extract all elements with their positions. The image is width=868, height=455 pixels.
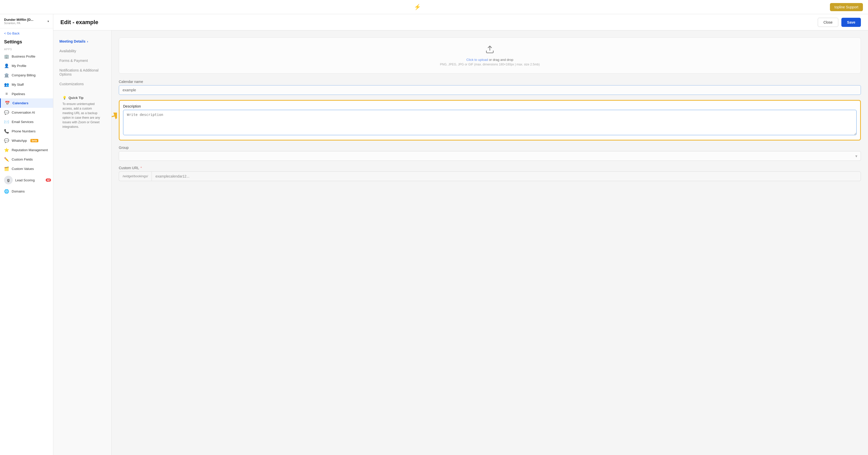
steps-panel: Meeting Details › Availability Forms & P… [53, 30, 112, 455]
arrow-annotation [112, 103, 117, 124]
sidebar-item-lead-scoring[interactable]: g Lead Scoring 42 [0, 173, 53, 187]
upload-meta: PNG, JPEG, JPG or GIF (max. dimensions 1… [126, 63, 854, 66]
pipelines-icon: ≡ [4, 92, 9, 96]
apps-section-label: Apps [0, 46, 53, 52]
sidebar-item-label: Company Billing [12, 73, 35, 77]
custom-url-group: Custom URL * /widget/bookings/ [119, 166, 861, 181]
account-name: Dunder Mifflin [D... [4, 18, 45, 22]
quick-tip-text: To ensure uninterrupted access, add a cu… [62, 102, 102, 129]
sidebar-item-pipelines[interactable]: ≡ Pipelines [0, 89, 53, 98]
upload-or-text: or drag and drop [489, 58, 513, 62]
step-label: Meeting Details [59, 39, 86, 43]
staff-icon: 👥 [4, 82, 9, 87]
lightning-icon: ⚡ [414, 4, 421, 10]
group-select[interactable] [119, 151, 861, 161]
topbar-right: topline Support [830, 3, 863, 11]
content-area: Meeting Details › Availability Forms & P… [53, 30, 868, 455]
upload-icon [126, 45, 854, 56]
sidebar-item-label: Phone Numbers [12, 129, 35, 133]
billing-icon: 🏛️ [4, 73, 9, 77]
custom-values-icon: 🗂️ [4, 166, 9, 171]
step-customizations[interactable]: Customizations [53, 79, 112, 89]
settings-title: Settings [0, 36, 53, 46]
sidebar-item-label: Pipelines [12, 92, 25, 96]
domains-icon: 🌐 [4, 189, 9, 194]
lightbulb-icon: 💡 [62, 96, 66, 100]
sidebar-item-custom-values[interactable]: 🗂️ Custom Values [0, 164, 53, 173]
page-header: Edit - example Close Save [53, 14, 868, 30]
sidebar-item-label: Lead Scoring [15, 178, 35, 182]
go-back-link[interactable]: < Go Back [0, 28, 53, 36]
star-icon: ⭐ [4, 148, 9, 153]
sidebar-item-conversation-ai[interactable]: 💬 Conversation AI [0, 108, 53, 117]
group-group: Group [119, 145, 861, 161]
sidebar-item-my-staff[interactable]: 👥 My Staff [0, 80, 53, 89]
upload-link[interactable]: Click to upload [466, 58, 488, 62]
sidebar-item-label: My Profile [12, 64, 26, 68]
header-actions: Close Save [818, 18, 861, 27]
sidebar-item-label: Custom Fields [12, 158, 33, 161]
quick-tip-header: 💡 Quick Tip [62, 96, 102, 100]
step-label: Forms & Payment [59, 59, 88, 63]
step-meeting-details[interactable]: Meeting Details › [53, 36, 112, 46]
step-availability[interactable]: Availability [53, 46, 112, 56]
step-label: Customizations [59, 82, 84, 86]
page-title: Edit - example [60, 19, 98, 26]
step-forms-payment[interactable]: Forms & Payment [53, 56, 112, 65]
sidebar-item-custom-fields[interactable]: ✏️ Custom Fields [0, 155, 53, 164]
sidebar-item-reputation-management[interactable]: ⭐ Reputation Management [0, 145, 53, 155]
notification-badge: 42 [46, 178, 51, 182]
sidebar-item-company-billing[interactable]: 🏛️ Company Billing [0, 70, 53, 80]
main-content: Edit - example Close Save Meeting Detail… [53, 14, 868, 455]
chevron-down-icon: ▾ [48, 20, 49, 23]
support-button[interactable]: topline Support [830, 3, 863, 11]
layout: Dunder Mifflin [D... Scranton, PA ▾ < Go… [0, 14, 868, 455]
step-label: Availability [59, 49, 76, 53]
sidebar-item-email-services[interactable]: ✉️ Email Services [0, 117, 53, 127]
group-select-wrapper [119, 151, 861, 161]
required-indicator: * [141, 166, 142, 170]
quick-tip-title: Quick Tip [68, 96, 84, 100]
custom-url-prefix: /widget/bookings/ [119, 171, 152, 181]
sidebar-item-whatsapp[interactable]: 💬 WhatsApp beta [0, 136, 53, 145]
sidebar-item-domains[interactable]: 🌐 Domains [0, 187, 53, 196]
g-avatar: g [4, 176, 13, 184]
sidebar-item-label: Business Profile [12, 55, 35, 58]
description-label: Description [123, 104, 857, 108]
calendar-name-group: Calendar name [119, 79, 861, 95]
calendar-name-input[interactable] [119, 85, 861, 95]
step-notifications[interactable]: Notifications & Additional Options [53, 65, 112, 79]
description-group: Description [123, 104, 857, 136]
topbar-center: ⚡ [414, 4, 421, 10]
email-icon: ✉️ [4, 120, 9, 124]
topbar: ⚡ topline Support [0, 0, 868, 14]
upload-area[interactable]: Click to upload or drag and drop PNG, JP… [119, 37, 861, 73]
description-textarea[interactable] [123, 110, 857, 135]
custom-fields-icon: ✏️ [4, 157, 9, 162]
sidebar-item-my-profile[interactable]: 👤 My Profile [0, 61, 53, 70]
sidebar-item-label: Email Services [12, 120, 33, 124]
account-switcher[interactable]: Dunder Mifflin [D... Scranton, PA ▾ [0, 14, 53, 28]
sidebar: Dunder Mifflin [D... Scranton, PA ▾ < Go… [0, 14, 53, 455]
custom-url-label: Custom URL * [119, 166, 861, 170]
beta-badge: beta [30, 139, 38, 142]
sidebar-item-label: Custom Values [12, 167, 34, 171]
upload-text: Click to upload or drag and drop [126, 58, 854, 62]
save-button[interactable]: Save [841, 18, 861, 27]
sidebar-item-calendars[interactable]: 📅 Calendars [0, 98, 53, 108]
custom-url-row: /widget/bookings/ [119, 171, 861, 181]
calendar-name-label: Calendar name [119, 79, 861, 84]
phone-icon: 📞 [4, 129, 9, 134]
sidebar-item-label: Conversation AI [12, 110, 35, 115]
close-button[interactable]: Close [818, 18, 839, 27]
sidebar-item-label: Reputation Management [12, 148, 48, 152]
step-label: Notifications & Additional Options [59, 68, 98, 76]
chat-icon: 💬 [4, 110, 9, 115]
chevron-right-icon: › [87, 39, 88, 43]
sidebar-item-business-profile[interactable]: 🏢 Business Profile [0, 52, 53, 61]
sidebar-item-phone-numbers[interactable]: 📞 Phone Numbers [0, 127, 53, 136]
sidebar-item-label: My Staff [12, 83, 24, 87]
quick-tip: 💡 Quick Tip To ensure uninterrupted acce… [57, 91, 107, 134]
calendar-icon: 📅 [5, 101, 10, 105]
custom-url-input[interactable] [152, 171, 861, 181]
